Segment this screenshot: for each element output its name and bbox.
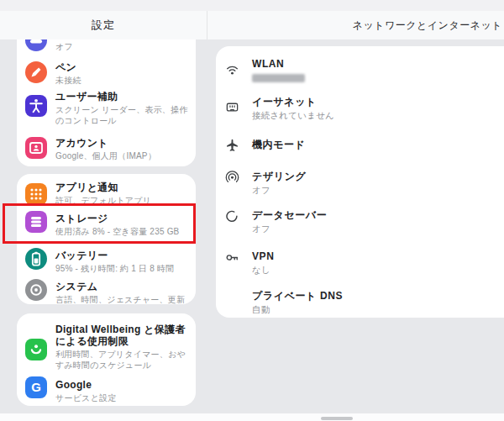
item-title: システム bbox=[55, 281, 190, 292]
pen-icon bbox=[25, 61, 47, 83]
gesture-pill[interactable] bbox=[321, 417, 353, 420]
item-title: WLAN bbox=[252, 58, 496, 71]
settings-card-3: Digital Wellbeing と保護者による使用制限 利用時間、アプリタイ… bbox=[17, 313, 196, 406]
vpn-key-icon bbox=[225, 250, 239, 265]
item-title: ユーザー補助 bbox=[55, 91, 190, 103]
google-icon: G bbox=[25, 376, 47, 398]
item-title: イーサネット bbox=[252, 96, 496, 108]
item-title: プライベート DNS bbox=[252, 290, 496, 303]
network-item-private-dns[interactable]: プライベート DNS 自動 bbox=[216, 290, 504, 317]
item-title: データセーバー bbox=[252, 209, 496, 222]
accessibility-icon bbox=[25, 95, 47, 117]
settings-item-system[interactable]: システム 言語、時間、ジェスチャー、更新 bbox=[17, 281, 196, 304]
item-subtitle: オフ bbox=[252, 185, 496, 196]
item-subtitle: サービスと設定 bbox=[55, 392, 190, 403]
item-subtitle: 言語、時間、ジェスチャー、更新 bbox=[55, 294, 190, 304]
item-title: ペン bbox=[55, 61, 190, 73]
settings-item-accounts[interactable]: アカウント Google、個人用（IMAP） bbox=[17, 137, 196, 164]
settings-app-window: 設定 ネットワークとインターネット オフ ペン 未接続 bbox=[0, 0, 504, 421]
apps-icon bbox=[25, 183, 47, 205]
wifi-icon bbox=[225, 62, 239, 76]
item-subtitle: Google、個人用（IMAP） bbox=[55, 150, 190, 161]
item-subtitle: 接続されていません bbox=[252, 110, 496, 121]
item-title: 機内モード bbox=[252, 139, 496, 151]
settings-item-accessibility[interactable]: ユーザー補助 スクリーン リーダー、表示、操作のコントロール bbox=[17, 91, 196, 128]
item-subtitle: スクリーン リーダー、表示、操作のコントロール bbox=[55, 104, 190, 126]
item-subtitle: 自動 bbox=[252, 304, 496, 315]
item-title: VPN bbox=[252, 250, 496, 263]
settings-item-pen[interactable]: ペン 未接続 bbox=[17, 61, 196, 88]
network-item-ethernet[interactable]: イーサネット 接続されていません bbox=[216, 96, 504, 123]
item-subtitle: オフ bbox=[55, 41, 190, 52]
settings-item-digital-wellbeing[interactable]: Digital Wellbeing と保護者による使用制限 利用時間、アプリタイ… bbox=[17, 324, 196, 372]
battery-icon bbox=[25, 248, 47, 270]
status-bar bbox=[0, 0, 504, 11]
wellbeing-icon bbox=[25, 339, 47, 360]
network-item-data-saver[interactable]: データセーバー オフ bbox=[216, 209, 504, 236]
header-divider bbox=[207, 11, 207, 39]
network-pane-title: ネットワークとインターネット bbox=[353, 11, 502, 39]
account-icon bbox=[25, 137, 47, 159]
network-item-tethering[interactable]: テザリング オフ bbox=[216, 171, 504, 197]
settings-pane-title: 設定 bbox=[0, 11, 207, 39]
item-subtitle: なし bbox=[252, 265, 496, 276]
app-bar: 設定 ネットワークとインターネット bbox=[0, 11, 504, 39]
item-title: Digital Wellbeing と保護者による使用制限 bbox=[55, 324, 193, 347]
settings-item-battery[interactable]: バッテリー 95% - 残り時間: 約 1 日 8 時間 bbox=[17, 250, 196, 276]
item-title: バッテリー bbox=[55, 250, 190, 261]
network-item-wlan[interactable]: WLAN bbox=[216, 58, 504, 85]
ethernet-icon bbox=[225, 100, 239, 114]
item-subtitle: 95% - 残り時間: 約 1 日 8 時間 bbox=[55, 263, 190, 274]
item-title: アカウント bbox=[55, 137, 190, 149]
hidden-top-icon bbox=[25, 39, 47, 51]
network-item-airplane-mode[interactable]: 機内モード bbox=[216, 139, 504, 154]
item-title: テザリング bbox=[252, 171, 496, 183]
network-internet-card: WLAN イーサネット 接続されていません 機内モード bbox=[216, 46, 504, 318]
storage-highlight-rectangle bbox=[3, 203, 196, 244]
network-item-vpn[interactable]: VPN なし bbox=[216, 250, 504, 277]
item-subtitle: オフ bbox=[252, 224, 496, 234]
wlan-ssid-redacted bbox=[252, 74, 305, 82]
item-subtitle: 利用時間、アプリタイマー、おやすみ時間のスケジュール bbox=[55, 349, 193, 371]
settings-card-1: オフ ペン 未接続 ユーザー補助 スクリーン リーダー、表示、操作のコントロール bbox=[17, 39, 196, 166]
bottom-navigation-bar bbox=[0, 413, 504, 421]
settings-item-google[interactable]: G Google サービスと設定 bbox=[17, 379, 196, 406]
airplane-icon bbox=[225, 138, 239, 152]
data-saver-icon bbox=[225, 209, 239, 224]
item-title: Google bbox=[55, 379, 190, 391]
tethering-icon bbox=[225, 170, 239, 184]
system-icon bbox=[25, 279, 47, 301]
item-subtitle: 未接続 bbox=[55, 75, 190, 86]
item-title: アプリと通知 bbox=[55, 182, 190, 193]
